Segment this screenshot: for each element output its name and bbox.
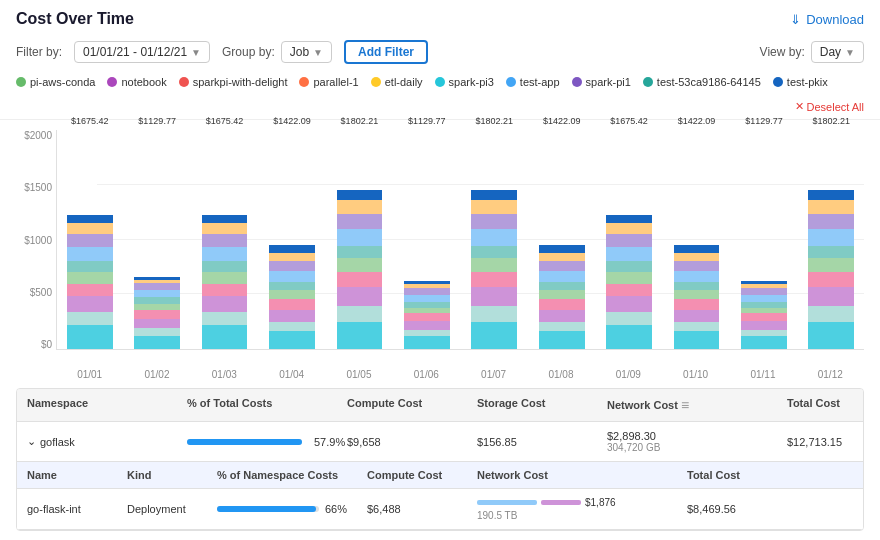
- page-header: Cost Over Time ⇓ Download: [0, 0, 880, 34]
- bar-segment: [808, 190, 854, 200]
- view-by-label: View by:: [760, 45, 805, 59]
- x-axis-label: 01/02: [123, 367, 190, 380]
- cost-table: Namespace% of Total CostsCompute CostSto…: [16, 388, 864, 531]
- sort-icon: ≡: [681, 397, 689, 413]
- legend-item[interactable]: test-53ca9186-64145: [643, 76, 761, 88]
- bar-segment: [337, 272, 383, 287]
- bar-group: $1422.09: [259, 130, 324, 349]
- namespace-pct-cell: 57.9%: [177, 428, 337, 456]
- table-header-cell: % of Total Costs: [177, 389, 337, 421]
- bar-segment: [134, 328, 180, 336]
- bar-segment: [202, 261, 248, 272]
- bar-segment: [606, 234, 652, 247]
- bar-segment: [606, 325, 652, 349]
- bar-segment: [606, 215, 652, 223]
- bar-segment: [337, 214, 383, 229]
- bar-group: $1422.09: [664, 130, 729, 349]
- legend-item[interactable]: parallel-1: [299, 76, 358, 88]
- bar-segment: [606, 312, 652, 325]
- bar-total-label: $1675.42: [206, 116, 244, 126]
- bar-segment: [269, 245, 315, 253]
- bar-stack: [606, 215, 652, 349]
- x-axis-label: 01/10: [662, 367, 729, 380]
- bar-segment: [269, 322, 315, 331]
- deselect-all-button[interactable]: ✕ Deselect All: [795, 100, 864, 113]
- bar-segment: [471, 306, 517, 321]
- bar-group: $1675.42: [192, 130, 257, 349]
- legend-item[interactable]: etl-daily: [371, 76, 423, 88]
- table-header-cell[interactable]: Network Cost≡: [597, 389, 777, 421]
- x-axis-label: 01/05: [325, 367, 392, 380]
- legend-item[interactable]: test-app: [506, 76, 560, 88]
- table-row: go-flask-int Deployment 66% $6,488 $1,87…: [17, 489, 863, 530]
- table-header-cell: Namespace: [17, 389, 177, 421]
- chevron-down-icon: ▼: [845, 47, 855, 58]
- bar-segment: [269, 299, 315, 310]
- bar-group: $1802.21: [327, 130, 392, 349]
- bar-stack: [539, 245, 585, 349]
- row-network-cell: $1,876 190.5 TB: [467, 489, 677, 529]
- legend-dot: [371, 77, 381, 87]
- bar-segment: [808, 229, 854, 246]
- bar-segment: [539, 253, 585, 261]
- sub-header-cell: % of Namespace Costs: [207, 462, 357, 488]
- bar-segment: [404, 321, 450, 330]
- namespace-row: ⌄ goflask 57.9% $9,658 $156.85 $2,898.30…: [17, 422, 863, 462]
- sub-header-cell: Compute Cost: [357, 462, 467, 488]
- legend-item[interactable]: spark-pi3: [435, 76, 494, 88]
- group-by-label: Group by:: [222, 45, 275, 59]
- legend-item[interactable]: notebook: [107, 76, 166, 88]
- bar-segment: [808, 214, 854, 229]
- bar-segment: [606, 247, 652, 261]
- filters-bar: Filter by: 01/01/21 - 01/12/21 ▼ Group b…: [0, 34, 880, 70]
- bar-segment: [337, 322, 383, 349]
- bar-segment: [202, 284, 248, 297]
- legend-item[interactable]: test-pkix: [773, 76, 828, 88]
- y-axis-label: $1500: [16, 182, 56, 193]
- x-axis-label: 01/09: [595, 367, 662, 380]
- add-filter-button[interactable]: Add Filter: [344, 40, 428, 64]
- bar-segment: [202, 215, 248, 223]
- legend-item[interactable]: sparkpi-with-delight: [179, 76, 288, 88]
- view-by-filter[interactable]: Day ▼: [811, 41, 864, 63]
- group-by-filter[interactable]: Job ▼: [281, 41, 332, 63]
- pct-progress-bar: [187, 439, 302, 445]
- legend-item[interactable]: spark-pi1: [572, 76, 631, 88]
- bar-segment: [134, 319, 180, 329]
- bar-total-label: $1675.42: [71, 116, 109, 126]
- download-button[interactable]: ⇓ Download: [790, 12, 864, 27]
- bar-segment: [67, 325, 113, 349]
- chart-legend: pi-aws-condanotebooksparkpi-with-delight…: [0, 70, 880, 120]
- legend-item[interactable]: pi-aws-conda: [16, 76, 95, 88]
- bar-group: $1802.21: [462, 130, 527, 349]
- date-range-filter[interactable]: 01/01/21 - 01/12/21 ▼: [74, 41, 210, 63]
- bar-segment: [539, 310, 585, 322]
- bar-segment: [404, 336, 450, 349]
- x-axis-label: 01/06: [393, 367, 460, 380]
- bar-segment: [67, 261, 113, 272]
- bar-segment: [202, 312, 248, 325]
- bar-segment: [67, 312, 113, 325]
- bar-segment: [337, 246, 383, 258]
- bar-segment: [67, 215, 113, 223]
- chevron-down-icon[interactable]: ⌄: [27, 435, 36, 448]
- bar-segment: [539, 261, 585, 270]
- bar-segment: [269, 261, 315, 270]
- bar-segment: [67, 234, 113, 247]
- bar-segment: [606, 272, 652, 283]
- bar-segment: [674, 261, 720, 270]
- bar-segment: [202, 296, 248, 312]
- bar-segment: [808, 272, 854, 287]
- bar-segment: [202, 325, 248, 349]
- x-axis-label: 01/04: [258, 367, 325, 380]
- bar-segment: [134, 290, 180, 298]
- bar-segment: [471, 214, 517, 229]
- bar-segment: [269, 290, 315, 299]
- bar-total-label: $1675.42: [610, 116, 648, 126]
- bar-segment: [539, 299, 585, 310]
- x-axis-label: 01/11: [729, 367, 796, 380]
- y-axis-label: $1000: [16, 235, 56, 246]
- bar-segment: [404, 295, 450, 303]
- bar-segment: [471, 229, 517, 246]
- bar-segment: [337, 306, 383, 321]
